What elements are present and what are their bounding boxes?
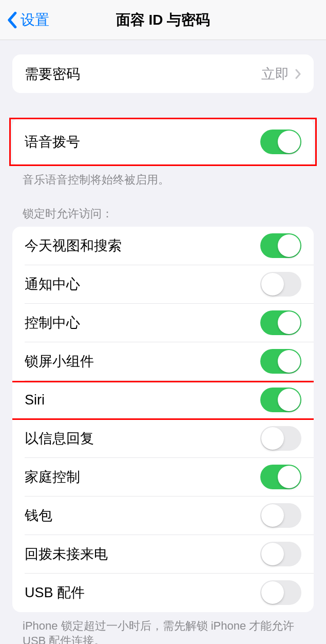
lock-access-group: 今天视图和搜索通知中心控制中心锁屏小组件Siri以信息回复家庭控制钱包回拨未接来… (12, 227, 314, 612)
lock-access-label: 今天视图和搜索 (25, 236, 122, 255)
voice-dial-label: 语音拨号 (25, 133, 80, 151)
lock-access-row: 以信息回复 (12, 419, 314, 458)
require-passcode-group: 需要密码 立即 (12, 54, 314, 93)
row-value: 立即 (261, 65, 301, 83)
lock-access-row: 通知中心 (12, 265, 314, 304)
voice-dial-group: 语音拨号 (12, 118, 314, 166)
lock-access-row: 锁屏小组件 (12, 342, 314, 381)
lock-access-label: 家庭控制 (25, 468, 80, 486)
lock-access-row: USB 配件 (12, 574, 314, 612)
lock-access-label: Siri (25, 392, 45, 408)
lock-access-toggle[interactable] (260, 388, 301, 412)
require-passcode-label: 需要密码 (25, 65, 80, 83)
lock-access-label: 控制中心 (25, 314, 80, 332)
lock-access-toggle[interactable] (260, 233, 301, 258)
voice-dial-toggle[interactable] (260, 130, 301, 154)
require-passcode-value: 立即 (261, 65, 289, 83)
lock-access-row: 控制中心 (12, 304, 314, 342)
lock-access-row: Siri (12, 381, 314, 419)
lock-access-label: 锁屏小组件 (25, 352, 94, 371)
chevron-right-icon (295, 69, 301, 79)
lock-access-toggle[interactable] (260, 465, 301, 489)
lock-access-label: USB 配件 (25, 583, 85, 602)
lock-access-toggle[interactable] (260, 272, 301, 297)
voice-dial-footer: 音乐语音控制将始终被启用。 (23, 172, 303, 188)
lock-access-toggle[interactable] (260, 542, 301, 566)
lock-access-row: 钱包 (12, 496, 314, 535)
lock-access-toggle[interactable] (260, 310, 301, 335)
require-passcode-row[interactable]: 需要密码 立即 (12, 54, 314, 93)
back-button[interactable]: 设置 (6, 10, 49, 30)
navigation-bar: 设置 面容 ID 与密码 (0, 0, 326, 40)
lock-access-label: 钱包 (25, 506, 52, 525)
back-label: 设置 (21, 10, 49, 30)
lock-access-row: 家庭控制 (12, 458, 314, 496)
voice-dial-row: 语音拨号 (12, 118, 314, 166)
lock-access-toggle[interactable] (260, 580, 301, 605)
lock-access-row: 回拨未接来电 (12, 535, 314, 574)
lock-access-label: 回拨未接来电 (25, 545, 108, 563)
lock-access-footer: iPhone 锁定超过一小时后，需先解锁 iPhone 才能允许 USB 配件连… (23, 618, 303, 644)
lock-access-row: 今天视图和搜索 (12, 227, 314, 265)
lock-access-header: 锁定时允许访问： (23, 206, 303, 222)
lock-access-toggle[interactable] (260, 426, 301, 451)
lock-access-label: 通知中心 (25, 275, 80, 293)
lock-access-label: 以信息回复 (25, 429, 94, 448)
chevron-left-icon (6, 11, 17, 29)
lock-access-toggle[interactable] (260, 349, 301, 374)
lock-access-toggle[interactable] (260, 503, 301, 528)
